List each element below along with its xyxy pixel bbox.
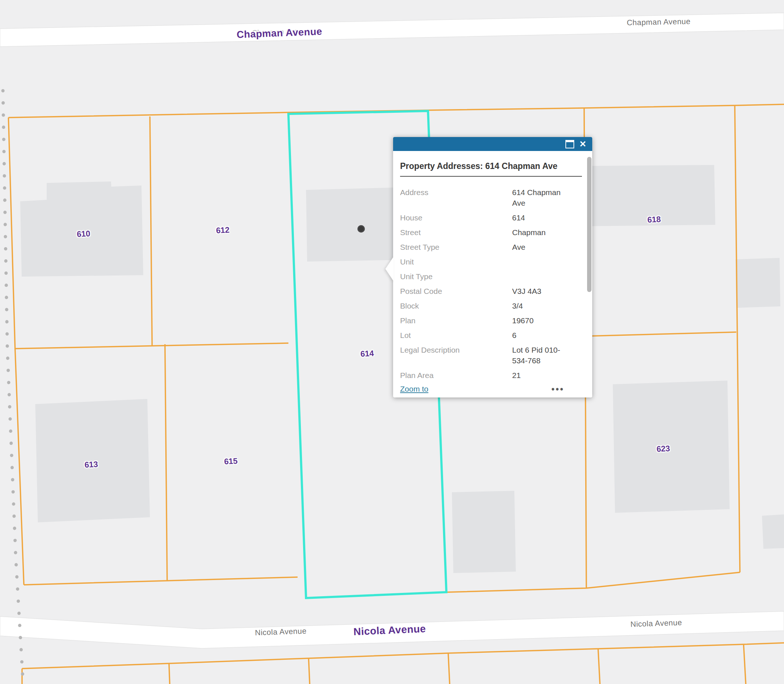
popup-scrollbar-thumb[interactable] <box>587 157 592 292</box>
field-row-address: Address 614 Chapman Ave <box>400 187 585 208</box>
field-row-plan: Plan 19670 <box>400 315 585 326</box>
zoom-to-link[interactable]: Zoom to <box>400 385 428 394</box>
street-label-nicola-right: Nicola Avenue <box>631 618 682 629</box>
building-623 <box>613 381 730 513</box>
field-label: Plan <box>400 315 512 326</box>
parcel-label-623: 623 <box>656 444 670 454</box>
field-value <box>512 256 566 267</box>
field-value: 6 <box>512 330 566 340</box>
street-label-nicola-left: Nicola Avenue <box>255 627 307 637</box>
parcel-label-613: 613 <box>84 460 98 470</box>
field-label: Street Type <box>400 242 512 252</box>
field-label: Address <box>400 187 512 208</box>
field-row-postal-code: Postal Code V3J 4A3 <box>400 286 585 297</box>
field-value: V3J 4A3 <box>512 286 566 297</box>
field-row-lot: Lot 6 <box>400 330 585 340</box>
field-value: Chapman <box>512 227 566 238</box>
street-label-chapman-right: Chapman Avenue <box>627 17 691 27</box>
field-row-street-type: Street Type Ave <box>400 242 585 252</box>
popup-divider <box>400 176 582 177</box>
map-canvas[interactable]: Chapman Ave Chapman Avenue Chapman Avenu… <box>0 0 784 684</box>
popup-content: Property Addresses: 614 Chapman Ave Addr… <box>393 151 592 398</box>
map-geometry <box>0 0 784 684</box>
attribute-table: Address 614 Chapman Ave House 614 Street… <box>400 187 585 381</box>
address-point-marker[interactable] <box>358 225 365 232</box>
popup-pointer <box>386 257 394 281</box>
boundary-dotted-line <box>3 91 23 684</box>
field-label: Legal Description <box>400 345 512 366</box>
more-options-icon[interactable]: ••• <box>552 387 564 391</box>
field-row-unit-type: Unit Type <box>400 271 585 282</box>
field-row-house: House 614 <box>400 212 585 223</box>
field-row-block: Block 3/4 <box>400 300 585 311</box>
field-value: 3/4 <box>512 300 566 311</box>
field-row-legal-description: Legal Description Lot 6 Pid 010-534-768 <box>400 345 585 366</box>
field-value: 21 <box>512 370 566 381</box>
field-label: Unit Type <box>400 271 512 282</box>
parcel-label-618: 618 <box>647 215 661 225</box>
field-row-unit: Unit <box>400 256 585 267</box>
building-mid-bottom <box>452 491 516 573</box>
property-popup: ✕ Property Addresses: 614 Chapman Ave Ad… <box>393 137 592 397</box>
field-value: Lot 6 Pid 010-534-768 <box>512 345 566 366</box>
parcel-label-612: 612 <box>216 225 230 236</box>
close-icon[interactable]: ✕ <box>579 140 586 148</box>
parcel-label-610: 610 <box>76 229 90 239</box>
field-value: 614 Chapman Ave <box>512 187 566 208</box>
building-618 <box>577 165 715 226</box>
maximize-icon[interactable] <box>565 140 574 148</box>
field-label: Block <box>400 300 512 311</box>
field-label: Street <box>400 227 512 238</box>
popup-header: ✕ <box>393 137 592 151</box>
parcel-label-615: 615 <box>224 456 238 466</box>
building-right-edge <box>762 514 784 549</box>
popup-footer: Zoom to ••• <box>400 385 585 394</box>
field-label: House <box>400 212 512 223</box>
field-label: Postal Code <box>400 286 512 297</box>
building-620 <box>736 258 780 308</box>
field-label: Plan Area <box>400 370 512 381</box>
field-value <box>512 271 566 282</box>
field-row-street: Street Chapman <box>400 227 585 238</box>
field-value: 19670 <box>512 315 566 326</box>
popup-title: Property Addresses: 614 Chapman Ave <box>400 161 585 171</box>
parcel-label-614: 614 <box>360 348 374 359</box>
field-value: 614 <box>512 212 566 223</box>
field-row-plan-area: Plan Area 21 <box>400 370 585 381</box>
field-value: Ave <box>512 242 566 252</box>
field-label: Lot <box>400 330 512 340</box>
field-label: Unit <box>400 256 512 267</box>
